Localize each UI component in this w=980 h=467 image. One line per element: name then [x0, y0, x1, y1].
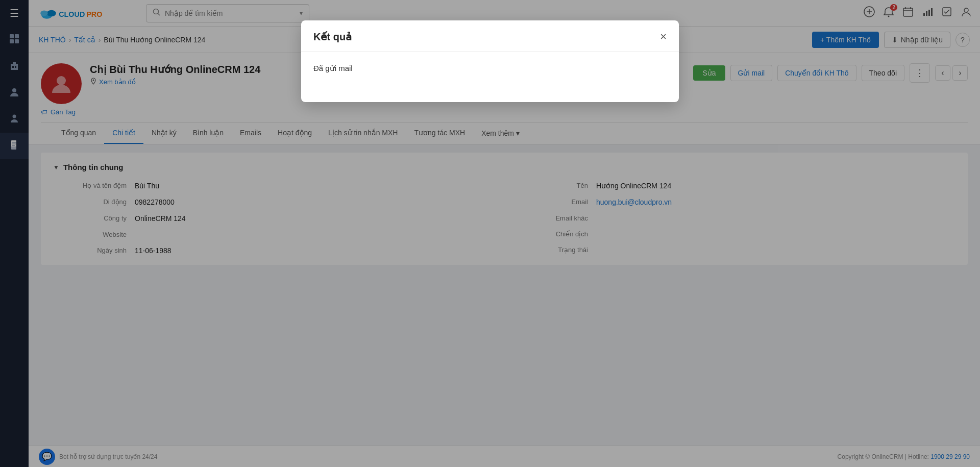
- modal-body: Đã gửi mail: [301, 52, 679, 85]
- modal-message: Đã gửi mail: [313, 64, 353, 72]
- modal-close-button[interactable]: ×: [660, 31, 667, 42]
- modal-box: Kết quả × Đã gửi mail: [301, 20, 679, 102]
- modal-title: Kết quả: [313, 31, 660, 43]
- modal-header: Kết quả ×: [301, 20, 679, 52]
- modal-overlay[interactable]: Kết quả × Đã gửi mail: [0, 0, 980, 467]
